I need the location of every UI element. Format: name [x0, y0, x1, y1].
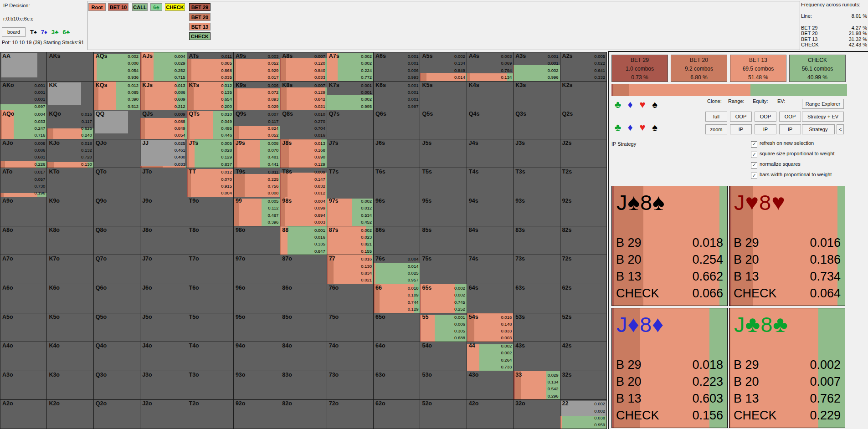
grid-cell-J7o[interactable]: J7o [140, 255, 186, 284]
grid-cell-J8s[interactable]: J8s0.0130.1680.6900.129 [280, 139, 326, 168]
suit-filter-♦[interactable]: ♦ [625, 100, 636, 109]
combo-card-J♠8♠[interactable]: J♠8♠B 290.018B 200.254B 130.662CHECK0.06… [611, 186, 728, 306]
board-button[interactable]: board [2, 27, 26, 37]
grid-cell-KTo[interactable]: KTo [47, 168, 93, 197]
grid-cell-K6s[interactable]: K6s0.0010.0010.0010.997 [374, 82, 420, 110]
grid-cell-J7s[interactable]: J7s [327, 139, 373, 168]
grid-cell-65o[interactable]: 65o [374, 313, 420, 342]
grid-cell-72s[interactable]: 72s [560, 255, 606, 284]
grid-cell-J8o[interactable]: J8o [140, 226, 186, 255]
grid-cell-98s[interactable]: 98s0.0040.0990.8940.003 [280, 197, 326, 226]
grid-cell-T5o[interactable]: T5o [187, 313, 233, 342]
grid-cell-JTs[interactable]: JTs0.0050.0280.1290.837 [187, 139, 233, 168]
grid-cell-A3s[interactable]: A3s0.0010.0010.0020.996 [514, 52, 560, 81]
grid-cell-75s[interactable]: 75s [420, 255, 466, 284]
grid-cell-42s[interactable]: 42s [560, 342, 606, 371]
ip-button-3[interactable]: IP [779, 124, 801, 134]
grid-cell-T5s[interactable]: T5s [420, 168, 466, 197]
grid-cell-KK[interactable]: KK [47, 82, 93, 110]
grid-cell-62s[interactable]: 62s [560, 284, 606, 313]
grid-cell-44[interactable]: 440.0020.0020.2640.733 [467, 342, 513, 371]
grid-cell-63o[interactable]: 63o [374, 371, 420, 400]
grid-cell-ATs[interactable]: ATs0.0110.0850.8680.035 [187, 52, 233, 81]
grid-cell-A8o[interactable]: A8o [0, 226, 46, 255]
grid-cell-T2s[interactable]: T2s [560, 168, 606, 197]
grid-cell-K3s[interactable]: K3s [514, 82, 560, 110]
grid-cell-43o[interactable]: 43o [467, 371, 513, 400]
grid-cell-53s[interactable]: 53s [514, 313, 560, 342]
grid-cell-J5s[interactable]: J5s [420, 139, 466, 168]
tab-check[interactable]: CHECK56.1 combos40.99 % [789, 55, 846, 82]
grid-cell-QQ[interactable]: QQ [94, 110, 140, 139]
grid-cell-A6s[interactable]: A6s0.0010.0010.0060.993 [374, 52, 420, 81]
grid-cell-TT[interactable]: TT0.0120.0700.9150.004 [187, 168, 233, 197]
grid-cell-AQo[interactable]: AQo0.0040.0330.2470.716 [0, 110, 46, 139]
ip-button-1[interactable]: IP [730, 124, 752, 134]
grid-cell-99[interactable]: 990.0050.1120.4870.396 [234, 197, 280, 226]
grid-cell-22[interactable]: 220.0020.0020.0380.959 [560, 400, 606, 429]
grid-cell-33[interactable]: 330.0290.1340.5420.296 [514, 371, 560, 400]
grid-cell-AJo[interactable]: AJo0.0080.0860.6810.226 [0, 139, 46, 168]
grid-cell-QTs[interactable]: QTs0.0100.0490.4950.446 [187, 110, 233, 139]
checkbox-square-size-proportional-to-weight[interactable]: ✓square size proportional to weight [751, 151, 834, 158]
grid-cell-K4s[interactable]: K4s [467, 82, 513, 110]
grid-cell-55[interactable]: 550.0010.0060.3050.688 [420, 313, 466, 342]
grid-cell-74o[interactable]: 74o [327, 342, 373, 371]
grid-cell-T3o[interactable]: T3o [187, 371, 233, 400]
grid-cell-A7o[interactable]: A7o [0, 255, 46, 284]
grid-cell-52s[interactable]: 52s [560, 313, 606, 342]
grid-cell-T8o[interactable]: T8o [187, 226, 233, 255]
grid-cell-84o[interactable]: 84o [280, 342, 326, 371]
grid-cell-Q5o[interactable]: Q5o [94, 313, 140, 342]
grid-cell-54s[interactable]: 54s0.0160.1480.8330.003 [467, 313, 513, 342]
grid-cell-K5o[interactable]: K5o [47, 313, 93, 342]
combo-card-J♦8♦[interactable]: J♦8♦B 290.018B 200.223B 130.603CHECK0.15… [611, 308, 728, 428]
grid-cell-73s[interactable]: 73s [514, 255, 560, 284]
grid-cell-QJs[interactable]: QJs0.0090.0880.8490.054 [140, 110, 186, 139]
grid-cell-Q4o[interactable]: Q4o [94, 342, 140, 371]
grid-cell-T2o[interactable]: T2o [187, 400, 233, 429]
grid-cell-Q7o[interactable]: Q7o [94, 255, 140, 284]
tree-node-bet-20[interactable]: BET 20 [189, 13, 211, 21]
grid-cell-J3s[interactable]: J3s [514, 139, 560, 168]
grid-cell-K2s[interactable]: K2s [560, 82, 606, 110]
grid-cell-Q8o[interactable]: Q8o [94, 226, 140, 255]
grid-cell-KQs[interactable]: KQs0.0120.0850.3900.512 [94, 82, 140, 110]
grid-cell-65s[interactable]: 65s0.0020.0020.7450.252 [420, 284, 466, 313]
grid-cell-T6o[interactable]: T6o [187, 284, 233, 313]
grid-cell-A9s[interactable]: A9s0.0030.0520.9290.017 [234, 52, 280, 81]
grid-cell-32o[interactable]: 32o [514, 400, 560, 429]
grid-cell-Q2o[interactable]: Q2o [94, 400, 140, 429]
grid-cell-85o[interactable]: 85o [280, 313, 326, 342]
grid-cell-Q4s[interactable]: Q4s [467, 110, 513, 139]
combo-card-J♥8♥[interactable]: J♥8♥B 290.016B 200.186B 130.734CHECK0.06… [729, 186, 845, 306]
grid-cell-J6s[interactable]: J6s [374, 139, 420, 168]
suit-filter-♥[interactable]: ♥ [637, 123, 648, 132]
grid-cell-96s[interactable]: 96s [374, 197, 420, 226]
grid-cell-97s[interactable]: 97s0.0020.0120.5340.452 [327, 197, 373, 226]
tree-node-call[interactable]: CALL [132, 3, 148, 11]
grid-cell-A2o[interactable]: A2o [0, 400, 46, 429]
grid-cell-K9o[interactable]: K9o [47, 197, 93, 226]
suit-filter-♣[interactable]: ♣ [612, 123, 623, 132]
grid-cell-K8o[interactable]: K8o [47, 226, 93, 255]
grid-cell-QTo[interactable]: QTo [94, 168, 140, 197]
grid-cell-T4s[interactable]: T4s [467, 168, 513, 197]
grid-cell-83s[interactable]: 83s [514, 226, 560, 255]
grid-cell-87o[interactable]: 87o [280, 255, 326, 284]
grid-cell-T7o[interactable]: T7o [187, 255, 233, 284]
grid-cell-94s[interactable]: 94s [467, 197, 513, 226]
grid-cell-J5o[interactable]: J5o [140, 313, 186, 342]
grid-cell-Q6o[interactable]: Q6o [94, 284, 140, 313]
grid-cell-87s[interactable]: 87s0.0020.0230.8210.155 [327, 226, 373, 255]
grid-cell-72o[interactable]: 72o [327, 400, 373, 429]
grid-cell-K6o[interactable]: K6o [47, 284, 93, 313]
suit-filter-♥[interactable]: ♥ [637, 100, 648, 109]
grid-cell-AA[interactable]: AA [0, 52, 46, 81]
grid-cell-Q2s[interactable]: Q2s [560, 110, 606, 139]
tab-bet-20[interactable]: BET 209.2 combos6.80 % [671, 55, 727, 82]
grid-cell-AJs[interactable]: AJs0.0040.0290.2520.715 [140, 52, 186, 81]
grid-cell-A4o[interactable]: A4o [0, 342, 46, 371]
tree-node-bet-10[interactable]: BET 10 [108, 3, 128, 11]
grid-cell-QJo[interactable]: QJo [94, 139, 140, 168]
